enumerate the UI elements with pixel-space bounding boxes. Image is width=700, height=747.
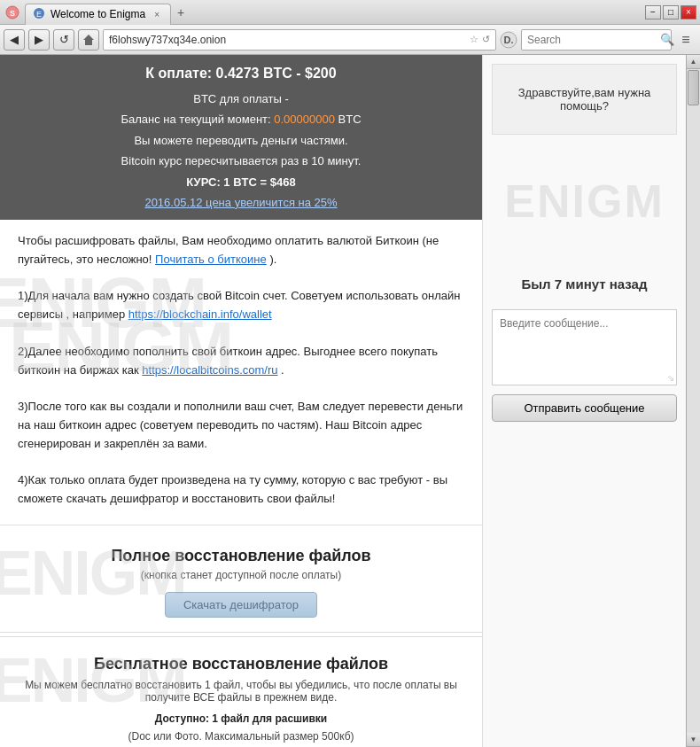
- right-column: Здравствуйте,вам нужна помощь? ENIGM Был…: [482, 55, 686, 747]
- last-seen-text: Был 7 минут назад: [492, 268, 677, 300]
- page-inner: К оплате: 0.4273 BTC - $200 BТС для опла…: [0, 55, 686, 747]
- svg-text:D.: D.: [504, 35, 514, 45]
- instructions-section: ENIGM ENIGM Чтобы расшифровать файлы, Ва…: [0, 220, 482, 521]
- intro-text: Чтобы расшифровать файлы, Вам необходимо…: [18, 232, 464, 269]
- free-restore-title: Бесплатное восстановление файлов: [18, 655, 464, 673]
- step4-text: 4)Как только оплата будет произведена на…: [18, 471, 464, 509]
- search-icon: 🔍: [660, 33, 674, 46]
- full-restore-subtitle: (кнопка станет доступной после оплаты): [9, 569, 473, 581]
- btc-label: BТС для оплаты -: [9, 89, 473, 109]
- payment-date-link[interactable]: 2016.05.12 цена увеличится на 25%: [9, 196, 473, 209]
- file-info-1: Доступно: 1 файл для расшивки: [18, 712, 464, 725]
- payment-header: К оплате: 0.4273 BTC - $200 BТС для опла…: [0, 55, 482, 220]
- close-button[interactable]: ×: [681, 5, 696, 19]
- d-logo: D.: [500, 31, 517, 49]
- nav-bar: ◀ ▶ ↺ f6lohswy737xq34e.onion ☆ ↺ D. 🔍 ≡: [0, 25, 700, 55]
- download-button[interactable]: Скачать дешифратор: [165, 592, 317, 618]
- full-restore-section: ENIGM Полное восстановление файлов (кноп…: [0, 529, 482, 633]
- free-restore-section: ENIGM Бесплатное восстановление файлов М…: [0, 641, 482, 747]
- window-controls: − □ ×: [645, 5, 696, 19]
- bookmark-icon: ☆: [470, 34, 478, 45]
- message-area[interactable]: ⇘: [492, 309, 677, 385]
- forward-button[interactable]: ▶: [28, 29, 50, 51]
- balance-row: Баланс на текущий момент: 0.00000000 BTC: [9, 109, 473, 129]
- address-icons: ☆ ↺: [470, 34, 490, 45]
- browser-content: К оплате: 0.4273 BTC - $200 BТС для опла…: [0, 55, 700, 747]
- chat-greeting: Здравствуйте,вам нужна помощь?: [492, 64, 677, 135]
- main-column: К оплате: 0.4273 BTC - $200 BТС для опла…: [0, 55, 482, 747]
- step1-text: 1)Для начала вам нужно создать свой Bitc…: [18, 287, 464, 324]
- svg-marker-4: [83, 35, 94, 45]
- svg-text:E: E: [36, 10, 42, 19]
- minimize-button[interactable]: −: [645, 5, 661, 19]
- scroll-thumb[interactable]: [688, 70, 699, 105]
- title-bar: S E Welcome to Enigma × + − □ ×: [0, 0, 700, 25]
- step3-text: 3)После того как вы создали и пополнили …: [18, 398, 464, 453]
- browser-tab[interactable]: E Welcome to Enigma ×: [25, 4, 171, 25]
- tab-close-button[interactable]: ×: [151, 8, 163, 20]
- page-body: К оплате: 0.4273 BTC - $200 BТС для опла…: [0, 55, 686, 747]
- new-tab-button[interactable]: +: [171, 3, 191, 22]
- back-button[interactable]: ◀: [4, 29, 25, 51]
- enigma-logo: ENIGM: [492, 144, 677, 259]
- payment-title: К оплате: 0.4273 BTC - $200: [9, 66, 473, 82]
- search-input[interactable]: [527, 34, 660, 46]
- address-bar[interactable]: f6lohswy737xq34e.onion ☆ ↺: [103, 29, 496, 51]
- file-info-2: (Doc или Фото. Максимальный размер 500кб…: [18, 730, 464, 743]
- send-message-button[interactable]: Отправить сообщение: [492, 394, 677, 422]
- message-input[interactable]: [500, 317, 669, 375]
- enigma-watermark: ENIGM: [504, 175, 664, 228]
- bitcoin-info-link[interactable]: Почитать о биткоине: [155, 253, 267, 266]
- resize-handle: ⇘: [667, 373, 674, 383]
- partial-label: Вы можете переводить деньги частями.: [9, 130, 473, 151]
- tab-title: Welcome to Enigma: [51, 8, 145, 20]
- tab-icon: E: [33, 7, 45, 22]
- blockchain-link[interactable]: https://blockchain.info/wallet: [128, 307, 272, 321]
- full-restore-title: Полное восстановление файлов: [9, 547, 473, 565]
- address-text: f6lohswy737xq34e.onion: [109, 34, 470, 46]
- maximize-button[interactable]: □: [663, 5, 679, 19]
- menu-button[interactable]: ≡: [675, 29, 696, 51]
- payment-info: BТС для оплаты - Баланс на текущий момен…: [9, 89, 473, 192]
- scroll-up-button[interactable]: ▲: [687, 55, 700, 69]
- scrollbar[interactable]: ▲ ▼: [686, 55, 700, 747]
- svg-text:S: S: [10, 9, 15, 18]
- refresh-icon: ↺: [482, 34, 490, 45]
- free-restore-desc: Мы можем бесплатно восстановить 1 файл, …: [18, 679, 464, 704]
- rate-label: Bitcoin курс пересчитывается раз в 10 ми…: [9, 151, 473, 171]
- refresh-button[interactable]: ↺: [53, 29, 74, 51]
- rate-value: КУРС: 1 BTC = $468: [9, 172, 473, 192]
- localbitcoins-link[interactable]: https://localbitcoins.com/ru: [142, 363, 277, 377]
- browser-icon: S: [4, 4, 21, 21]
- home-button[interactable]: [78, 29, 99, 51]
- search-bar[interactable]: 🔍: [521, 29, 672, 51]
- scroll-down-button[interactable]: ▼: [687, 733, 700, 747]
- step2-text: 2)Далее необходимо пополнить свой биткои…: [18, 343, 464, 380]
